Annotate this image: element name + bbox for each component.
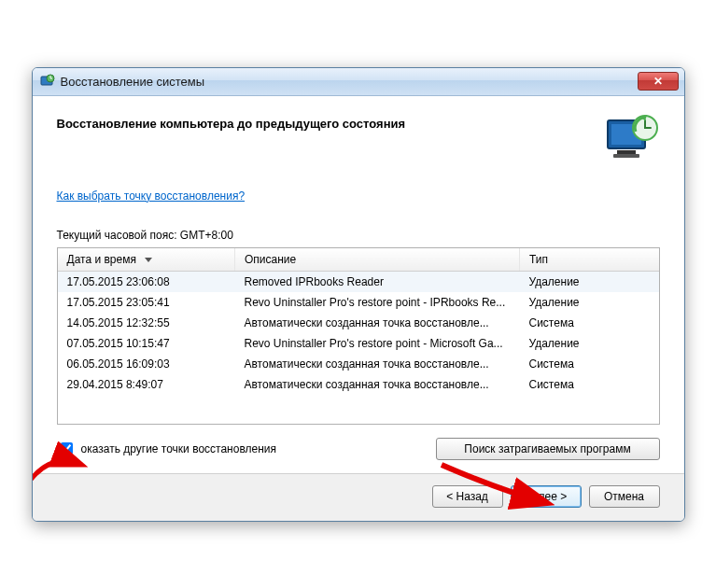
cell-desc: Автоматически созданная точка восстановл… [235,354,520,374]
cell-date: 17.05.2015 23:05:41 [58,292,235,313]
svg-rect-5 [613,154,639,158]
scan-affected-programs-button[interactable]: Поиск затрагиваемых программ [436,438,660,460]
cell-type: Удаление [520,292,659,313]
restore-big-icon [604,113,660,163]
window-title: Восстановление системы [61,75,638,89]
cell-desc: Автоматически созданная точка восстановл… [235,313,520,333]
restore-points-table[interactable]: Дата и время Описание Тип 17.05.2015 23:… [57,247,660,425]
next-button[interactable]: Далее > [511,485,582,508]
cell-type: Удаление [520,271,659,292]
column-header-date[interactable]: Дата и время [58,248,235,272]
timezone-label: Текущий часовой пояс: GMT+8:00 [57,229,660,242]
svg-rect-4 [617,150,636,154]
table-row[interactable]: 14.05.2015 12:32:55Автоматически созданн… [58,313,659,333]
column-header-desc[interactable]: Описание [235,248,520,272]
table-row[interactable]: 07.05.2015 10:15:47Revo Uninstaller Pro'… [58,333,659,354]
show-other-label: оказать другие точки восстановления [81,442,277,455]
cell-date: 17.05.2015 23:06:08 [58,271,235,292]
cell-date: 29.04.2015 8:49:07 [58,374,235,395]
table-row[interactable]: 29.04.2015 8:49:07Автоматически созданна… [58,374,659,395]
table-row[interactable]: 17.05.2015 23:05:41Revo Uninstaller Pro'… [58,292,659,313]
content-area: Восстановление компьютера до предыдущего… [33,96,684,473]
sort-desc-icon [145,258,152,262]
system-restore-icon [40,74,55,89]
close-button[interactable]: ✕ [638,72,679,91]
cell-date: 06.05.2015 16:09:03 [58,354,235,374]
close-icon: ✕ [653,75,663,88]
cell-type: Удаление [520,333,659,354]
cell-desc: Revo Uninstaller Pro's restore point - M… [235,333,520,354]
cell-date: 07.05.2015 10:15:47 [58,333,235,354]
help-link[interactable]: Как выбрать точку восстановления? [57,189,246,203]
back-button[interactable]: < Назад [432,485,503,508]
cell-type: Система [520,354,659,374]
cell-date: 14.05.2015 12:32:55 [58,313,235,333]
system-restore-window: Восстановление системы ✕ Восстановление … [32,67,685,522]
cell-desc: Автоматически созданная точка восстановл… [235,374,520,395]
table-row[interactable]: 06.05.2015 16:09:03Автоматически созданн… [58,354,659,374]
cell-desc: Removed IPRbooks Reader [235,271,520,292]
page-heading: Восстановление компьютера до предыдущего… [57,113,406,131]
show-other-checkbox-input[interactable] [61,442,73,455]
show-other-points-checkbox[interactable]: оказать другие точки восстановления [57,440,277,457]
cell-type: Система [520,374,659,395]
column-header-type[interactable]: Тип [520,248,659,272]
wizard-footer: < Назад Далее > Отмена [33,473,684,521]
cell-desc: Revo Uninstaller Pro's restore point - I… [235,292,520,313]
table-row[interactable]: 17.05.2015 23:06:08Removed IPRbooks Read… [58,271,659,292]
cancel-button[interactable]: Отмена [589,485,660,508]
titlebar[interactable]: Восстановление системы ✕ [33,68,684,96]
cell-type: Система [520,313,659,333]
